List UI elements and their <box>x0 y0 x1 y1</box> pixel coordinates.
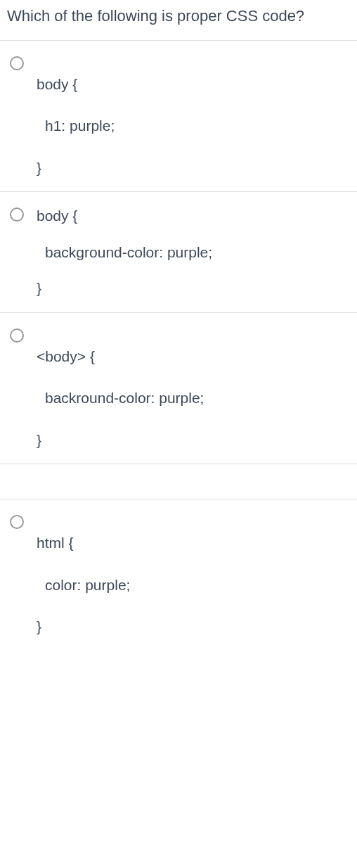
code-line: } <box>37 429 347 452</box>
code-line: background-color: purple; <box>37 241 347 264</box>
option-4[interactable]: html { color: purple; } <box>0 499 357 651</box>
radio-icon <box>10 515 24 529</box>
code-line: color: purple; <box>37 574 347 596</box>
code-line: html { <box>37 532 347 554</box>
option-4-content: html { color: purple; } <box>37 512 347 638</box>
code-line: body { <box>37 73 347 96</box>
code-line: body { <box>37 205 347 227</box>
code-line: backround-color: purple; <box>37 387 347 409</box>
radio-icon <box>10 328 24 343</box>
option-3[interactable]: <body> { backround-color: purple; } <box>0 312 357 464</box>
spacer <box>0 464 357 499</box>
code-line: <body> { <box>37 345 347 368</box>
code-line: } <box>37 157 347 179</box>
option-2-content: body { background-color: purple; } <box>37 205 347 300</box>
option-3-content: <body> { backround-color: purple; } <box>37 326 347 452</box>
option-1[interactable]: body { h1: purple; } <box>0 40 357 192</box>
code-line: h1: purple; <box>37 115 347 137</box>
radio-icon <box>10 56 24 70</box>
radio-icon <box>10 208 24 222</box>
code-line: } <box>37 277 347 300</box>
option-1-content: body { h1: purple; } <box>37 53 347 179</box>
question-text: Which of the following is proper CSS cod… <box>0 0 357 40</box>
code-line: } <box>37 615 347 638</box>
option-2[interactable]: body { background-color: purple; } <box>0 191 357 312</box>
